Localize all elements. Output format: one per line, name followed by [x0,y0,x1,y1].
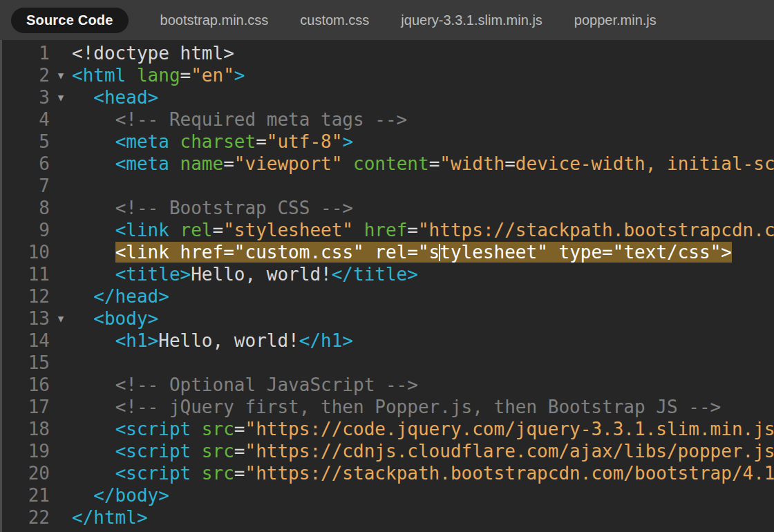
code-line-text: <link href="custom.css" rel="stylesheet"… [72,241,732,263]
line-number: 22 [0,506,50,529]
line-number: 7 [0,175,50,197]
code-line[interactable]: 13▼ <body> [0,307,774,330]
code-line-text: <head> [72,86,158,108]
code-line-text: <script src="https://stackpath.bootstrap… [72,462,774,484]
fold-spacer [50,285,72,307]
code-line-text: <meta charset="utf-8"> [72,131,353,153]
fold-spacer [50,462,72,484]
fold-spacer [50,440,72,462]
line-number: 9 [0,219,50,241]
code-line[interactable]: 8 <!-- Bootstrap CSS --> [0,197,774,219]
fold-spacer [50,506,72,529]
code-line[interactable]: 12 </head> [0,285,774,307]
fold-spacer [50,352,72,374]
fold-spacer [50,175,72,197]
line-number: 6 [0,153,50,175]
fold-spacer [50,374,72,396]
line-number: 20 [0,462,50,484]
fold-spacer [50,241,72,263]
code-line-text: <title>Hello, world!</title> [72,263,418,285]
code-line-text: <!-- jQuery first, then Popper.js, then … [72,396,721,418]
fold-arrow-icon[interactable]: ▼ [50,307,72,330]
code-line[interactable]: 19 <script src="https://cdnjs.cloudflare… [0,440,774,462]
code-line[interactable]: 4 <!-- Required meta tags --> [0,108,774,131]
code-line[interactable]: 16 <!-- Optional JavaScript --> [0,374,774,396]
tab-bootstrap-min-css[interactable]: bootstrap.min.css [160,12,269,28]
line-number: 8 [0,197,50,219]
line-number: 13 [0,307,50,330]
line-number: 17 [0,396,50,418]
code-area: 1<!doctype html>2▼<html lang="en">3▼ <he… [0,42,774,529]
line-number: 12 [0,285,50,307]
fold-arrow-icon[interactable]: ▼ [50,86,72,108]
fold-spacer [50,330,72,352]
code-line[interactable]: 17 <!-- jQuery first, then Popper.js, th… [0,396,774,418]
code-line-text: </body> [72,484,169,506]
code-line-text: <script src="https://cdnjs.cloudflare.co… [72,440,774,462]
code-line[interactable]: 22</html> [0,506,774,529]
fold-spacer [50,197,72,219]
code-line[interactable]: 5 <meta charset="utf-8"> [0,131,774,153]
code-line-text: <!doctype html> [72,42,234,64]
code-line[interactable]: 6 <meta name="viewport" content="width=d… [0,153,774,175]
fold-spacer [50,42,72,64]
fold-arrow-icon[interactable]: ▼ [50,64,72,86]
code-line[interactable]: 7 [0,175,774,197]
line-number: 10 [0,241,50,263]
fold-spacer [50,418,72,440]
line-number: 19 [0,440,50,462]
code-line-text: <h1>Hello, world!</h1> [72,330,353,352]
code-line[interactable]: 11 <title>Hello, world!</title> [0,263,774,285]
code-editor: 1<!doctype html>2▼<html lang="en">3▼ <he… [0,40,774,532]
fold-spacer [50,396,72,418]
code-line-text: <!-- Bootstrap CSS --> [72,197,353,219]
code-line[interactable]: 18 <script src="https://code.jquery.com/… [0,418,774,440]
fold-spacer [50,263,72,285]
line-number: 15 [0,352,50,374]
line-number: 1 [0,42,50,64]
code-line-text: </head> [72,285,169,307]
code-line[interactable]: 1<!doctype html> [0,42,774,64]
code-line-text: <!-- Optional JavaScript --> [72,374,418,396]
code-line[interactable]: 3▼ <head> [0,86,774,108]
line-number: 4 [0,108,50,131]
code-line-text: </html> [72,506,148,529]
code-line[interactable]: 15 [0,352,774,374]
code-line-text: <link rel="stylesheet" href="https://sta… [72,219,774,241]
code-line[interactable]: 14 <h1>Hello, world!</h1> [0,330,774,352]
code-line-text: <body> [72,307,158,330]
code-line-text: <meta name="viewport" content="width=dev… [72,153,774,175]
code-line-text: <!-- Required meta tags --> [72,108,407,131]
code-line[interactable]: 2▼<html lang="en"> [0,64,774,86]
tab-bar: Source Code bootstrap.min.css custom.css… [0,0,774,40]
tab-source-code[interactable]: Source Code [11,8,129,33]
line-number: 14 [0,330,50,352]
fold-spacer [50,108,72,131]
code-line[interactable]: 20 <script src="https://stackpath.bootst… [0,462,774,484]
line-number: 11 [0,263,50,285]
line-number: 3 [0,86,50,108]
line-number: 5 [0,131,50,153]
tab-jquery-slim-min-js[interactable]: jquery-3.3.1.slim.min.js [401,12,542,28]
code-line-text: <html lang="en"> [72,64,245,86]
fold-spacer [50,219,72,241]
line-number: 18 [0,418,50,440]
code-line[interactable]: 9 <link rel="stylesheet" href="https://s… [0,219,774,241]
line-number: 21 [0,484,50,506]
fold-spacer [50,131,72,153]
code-line-text: <script src="https://code.jquery.com/jqu… [72,418,774,440]
tab-popper-min-js[interactable]: popper.min.js [574,12,657,28]
window-left-edge [0,40,2,532]
tab-custom-css[interactable]: custom.css [300,12,369,28]
line-number: 16 [0,374,50,396]
fold-spacer [50,153,72,175]
code-line-highlighted[interactable]: 10 <link href="custom.css" rel="styleshe… [0,241,774,263]
code-line[interactable]: 21 </body> [0,484,774,506]
line-number: 2 [0,64,50,86]
fold-spacer [50,484,72,506]
